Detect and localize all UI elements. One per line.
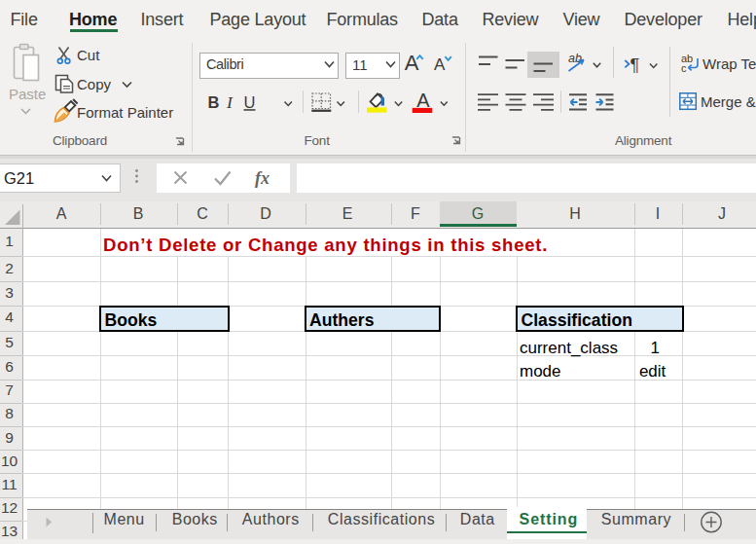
svg-text:B: B (208, 93, 220, 111)
svg-text:I: I (226, 92, 234, 112)
svg-text:c: c (681, 62, 687, 74)
svg-text:¶: ¶ (630, 55, 640, 75)
svg-text:fx: fx (255, 168, 270, 188)
svg-text:A: A (405, 51, 419, 75)
svg-text:A: A (434, 55, 446, 74)
svg-text:A: A (416, 90, 430, 111)
svg-text:U: U (244, 93, 256, 111)
